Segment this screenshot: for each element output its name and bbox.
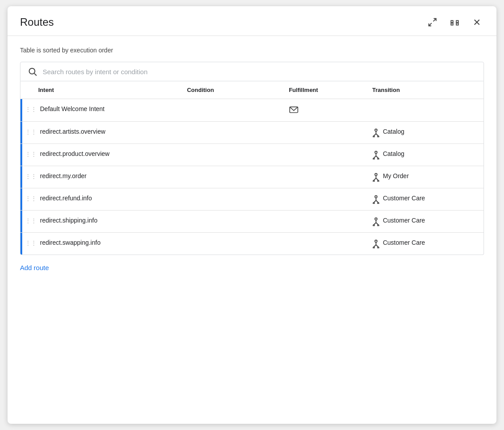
- message-icon: [289, 105, 299, 115]
- transition-label: Customer Care: [383, 217, 425, 224]
- table-row[interactable]: ⋮⋮redirect.shipping.info Customer Care: [20, 211, 484, 233]
- transition-person-icon: [372, 195, 380, 204]
- drag-handle-icon[interactable]: ⋮⋮: [25, 128, 36, 135]
- routes-table-container: Intent Condition Fulfillment Transition …: [20, 81, 484, 255]
- condition-cell: [183, 166, 284, 188]
- svg-point-16: [378, 136, 379, 137]
- fulfillment-cell: [284, 233, 368, 255]
- condition-cell: [183, 211, 284, 233]
- close-icon[interactable]: [470, 15, 484, 29]
- fulfillment-cell: [284, 99, 368, 122]
- row-accent: [20, 99, 22, 121]
- row-accent: [20, 211, 22, 232]
- expand-icon[interactable]: [425, 15, 440, 29]
- col-header-condition: Condition: [183, 81, 284, 99]
- table-row[interactable]: ⋮⋮redirect.swapping.info Customer Care: [20, 233, 484, 255]
- fulfillment-cell: [284, 144, 368, 166]
- svg-line-9: [34, 73, 36, 76]
- svg-point-21: [373, 158, 375, 159]
- dialog-body: Table is sorted by execution order Inten…: [8, 36, 496, 424]
- svg-point-46: [378, 247, 379, 248]
- transition-label: Catalog: [383, 128, 404, 135]
- svg-point-35: [375, 218, 377, 220]
- header-icons: [425, 15, 484, 29]
- svg-point-39: [373, 225, 375, 226]
- fulfillment-cell: [284, 122, 368, 144]
- fulfillment-cell: [284, 166, 368, 188]
- intent-text: Default Welcome Intent: [40, 105, 104, 112]
- table-header-row: Intent Condition Fulfillment Transition: [20, 81, 484, 99]
- intent-text: redirect.shipping.info: [40, 217, 97, 224]
- svg-point-27: [373, 180, 375, 182]
- intent-text: redirect.my.order: [40, 172, 87, 179]
- condition-cell: [183, 144, 284, 166]
- fulfillment-cell: [284, 211, 368, 233]
- dialog-header: Routes: [8, 6, 496, 36]
- svg-rect-2: [451, 20, 453, 23]
- transition-cell: Customer Care: [368, 233, 484, 255]
- table-row[interactable]: ⋮⋮Default Welcome Intent: [20, 99, 484, 122]
- table-row[interactable]: ⋮⋮redirect.artists.overview Catalog: [20, 122, 484, 144]
- drag-handle-icon[interactable]: ⋮⋮: [25, 151, 36, 158]
- svg-point-22: [378, 158, 379, 159]
- intent-text: redirect.artists.overview: [40, 128, 105, 135]
- svg-point-11: [375, 129, 377, 131]
- svg-point-17: [375, 151, 377, 154]
- table-row[interactable]: ⋮⋮redirect.refund.info Customer Care: [20, 188, 484, 211]
- svg-line-1: [429, 23, 432, 26]
- row-accent: [20, 122, 22, 143]
- drag-handle-icon[interactable]: ⋮⋮: [25, 239, 36, 247]
- transition-label: Customer Care: [383, 195, 425, 202]
- resize-icon[interactable]: [448, 15, 462, 29]
- svg-rect-4: [451, 23, 453, 25]
- svg-point-33: [373, 203, 375, 204]
- search-bar: [20, 62, 484, 81]
- svg-rect-5: [456, 23, 459, 25]
- transition-cell: [368, 99, 484, 122]
- transition-cell: Customer Care: [368, 188, 484, 211]
- svg-point-23: [375, 174, 377, 176]
- search-input[interactable]: [43, 68, 476, 76]
- drag-handle-icon[interactable]: ⋮⋮: [25, 173, 36, 180]
- condition-cell: [183, 99, 284, 122]
- drag-handle-icon[interactable]: ⋮⋮: [25, 106, 36, 113]
- svg-point-41: [375, 240, 377, 243]
- transition-person-icon: [372, 217, 380, 226]
- condition-cell: [183, 122, 284, 144]
- fulfillment-cell: [284, 188, 368, 211]
- search-icon: [28, 67, 37, 76]
- intent-text: redirect.refund.info: [40, 195, 92, 202]
- svg-point-28: [378, 180, 379, 182]
- transition-cell: Catalog: [368, 122, 484, 144]
- svg-point-40: [378, 225, 379, 226]
- transition-person-icon: [372, 151, 380, 159]
- condition-cell: [183, 188, 284, 211]
- transition-cell: Customer Care: [368, 211, 484, 233]
- transition-label: My Order: [383, 172, 408, 179]
- routes-dialog: Routes: [8, 6, 496, 424]
- add-route-button[interactable]: Add route: [20, 255, 484, 282]
- drag-handle-icon[interactable]: ⋮⋮: [25, 195, 36, 202]
- row-accent: [20, 233, 22, 255]
- svg-point-29: [375, 196, 377, 198]
- svg-line-0: [433, 19, 436, 21]
- row-accent: [20, 166, 22, 188]
- transition-person-icon: [372, 239, 380, 248]
- transition-person-icon: [372, 128, 380, 137]
- transition-label: Catalog: [383, 150, 404, 157]
- row-accent: [20, 144, 22, 166]
- col-header-intent: Intent: [20, 81, 183, 99]
- col-header-fulfillment: Fulfillment: [284, 81, 368, 99]
- row-accent: [20, 188, 22, 210]
- intent-text: redirect.product.overview: [40, 150, 109, 157]
- transition-cell: Catalog: [368, 144, 484, 166]
- transition-label: Customer Care: [383, 239, 425, 246]
- sort-label: Table is sorted by execution order: [20, 47, 484, 54]
- svg-point-8: [29, 68, 35, 74]
- table-row[interactable]: ⋮⋮redirect.product.overview Catalog: [20, 144, 484, 166]
- transition-cell: My Order: [368, 166, 484, 188]
- table-row[interactable]: ⋮⋮redirect.my.order My Order: [20, 166, 484, 188]
- drag-handle-icon[interactable]: ⋮⋮: [25, 217, 36, 224]
- svg-point-45: [373, 247, 375, 248]
- svg-point-34: [378, 203, 379, 204]
